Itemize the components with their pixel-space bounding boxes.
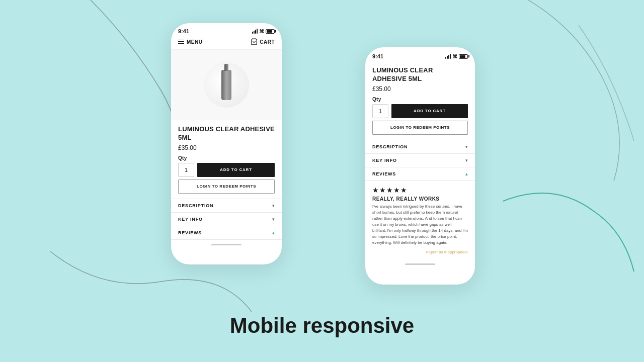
qty-label-left: Qty	[178, 155, 275, 161]
accordion-left: DESCRIPTION ▾ KEY INFO ▾ REVIEWS ▴	[171, 199, 282, 240]
menu-label: MENU	[187, 39, 202, 45]
signal-icon	[252, 29, 258, 34]
phone-mockup-right: 9:41 ⌘ LUMINOUS CLEAR ADHESIVE 5ML £35.0…	[365, 47, 475, 285]
accordion-item-description-right[interactable]: DESCRIPTION ▾	[365, 140, 475, 154]
product-price-left: £35.00	[178, 144, 275, 151]
accordion-label-rev-r: REVIEWS	[372, 171, 396, 176]
product-circle	[204, 62, 249, 108]
chevron-down-icon: ▾	[272, 217, 275, 222]
add-to-cart-button-right[interactable]: ADD TO CART	[391, 104, 468, 118]
product-price-right: £35.00	[372, 85, 468, 93]
chevron-up-icon-r: ▴	[465, 171, 468, 176]
nav-menu-left[interactable]: MENU	[178, 39, 202, 45]
qty-label-right: Qty	[372, 97, 468, 102]
product-details-left: LUMINOUS CLEAR ADHESIVE 5ML £35.00 Qty 1…	[171, 120, 282, 194]
chevron-down-icon: ▾	[272, 203, 275, 208]
accordion-right: DESCRIPTION ▾ KEY INFO ▾ REVIEWS ▴	[365, 140, 475, 181]
scroll-indicator-left	[171, 240, 282, 249]
accordion-item-keyinfo-left[interactable]: KEY INFO ▾	[171, 213, 282, 226]
accordion-item-keyinfo-right[interactable]: KEY INFO ▾	[365, 154, 475, 167]
qty-cart-row-right: 1 ADD TO CART	[372, 104, 468, 118]
accordion-item-reviews-right[interactable]: REVIEWS ▴	[365, 167, 475, 181]
nav-cart-left[interactable]: CART	[251, 38, 275, 45]
product-details-right: LUMINOUS CLEAR ADHESIVE 5ML £35.00 Qty 1…	[365, 61, 475, 135]
login-redeem-button-left[interactable]: LOGIN TO REDEEM POINTS	[178, 179, 275, 194]
chevron-down-icon-r2: ▾	[465, 158, 468, 163]
accordion-item-reviews-left[interactable]: REVIEWS ▴	[171, 226, 282, 240]
review-body: I've always been intrigued by these seru…	[372, 204, 468, 246]
qty-input-left[interactable]: 1	[178, 163, 194, 177]
signal-icon-right	[445, 54, 451, 59]
report-link[interactable]: Report as Inappropriate	[372, 250, 468, 254]
wifi-icon-right: ⌘	[452, 54, 457, 59]
add-to-cart-button-left[interactable]: ADD TO CART	[197, 163, 275, 177]
chevron-down-icon-r1: ▾	[465, 144, 468, 149]
accordion-item-description-left[interactable]: DESCRIPTION ▾	[171, 199, 282, 213]
login-redeem-button-right[interactable]: LOGIN TO REDEEM POINTS	[372, 121, 468, 135]
cart-icon	[251, 38, 258, 45]
chevron-up-icon: ▴	[272, 230, 275, 235]
status-time-right: 9:41	[372, 53, 383, 59]
wifi-icon: ⌘	[259, 29, 264, 34]
battery-icon-right	[459, 54, 468, 59]
scroll-indicator-right	[365, 259, 475, 269]
phone-mockup-left: 9:41 ⌘ MENU CART	[171, 23, 282, 264]
nav-bar-left: MENU CART	[171, 36, 282, 50]
accordion-label-description: DESCRIPTION	[178, 203, 213, 208]
product-title-right: LUMINOUS CLEAR ADHESIVE 5ML	[372, 66, 468, 83]
qty-cart-row-left: 1 ADD TO CART	[178, 163, 275, 177]
bottom-heading: Mobile responsive	[230, 314, 414, 338]
accordion-label-key-r: KEY INFO	[372, 158, 397, 163]
status-icons-right: ⌘	[445, 54, 468, 59]
status-bar-right: 9:41 ⌘	[365, 47, 475, 61]
qty-input-right[interactable]: 1	[372, 104, 388, 118]
accordion-label-keyinfo: KEY INFO	[178, 217, 203, 222]
status-time-left: 9:41	[178, 28, 189, 34]
review-title: REALLY, REALLY WORKS	[372, 196, 468, 202]
battery-icon	[266, 29, 275, 34]
product-title-left: LUMINOUS CLEAR ADHESIVE 5ML	[178, 125, 275, 142]
accordion-label-desc-r: DESCRIPTION	[372, 144, 408, 149]
review-section-right: ★★★★★ REALLY, REALLY WORKS I've always b…	[365, 181, 475, 259]
cart-label: CART	[260, 39, 275, 45]
review-stars: ★★★★★	[372, 186, 468, 194]
accordion-label-reviews: REVIEWS	[178, 230, 202, 235]
status-icons-left: ⌘	[252, 29, 275, 34]
product-image-left	[171, 50, 282, 120]
product-bottle	[221, 70, 231, 100]
status-bar-left: 9:41 ⌘	[171, 23, 282, 36]
hamburger-icon	[178, 40, 184, 44]
